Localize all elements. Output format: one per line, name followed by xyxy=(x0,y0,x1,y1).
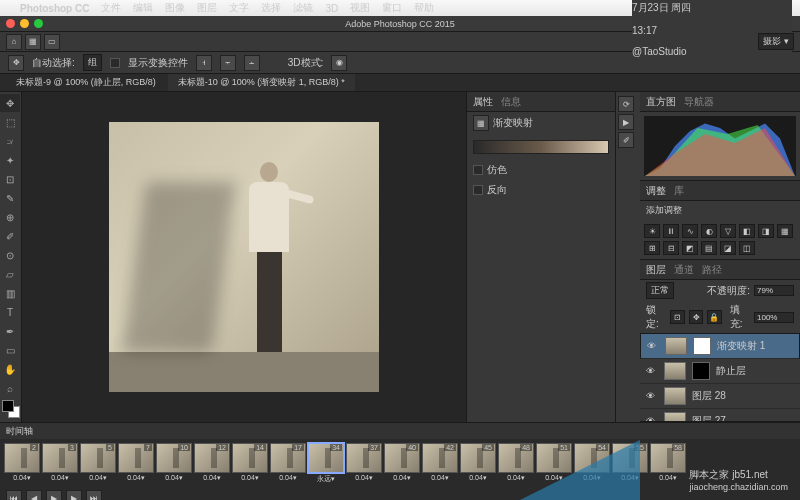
lock-position-icon[interactable]: ✥ xyxy=(689,310,703,324)
eraser-tool[interactable]: ▱ xyxy=(0,265,20,283)
adj-levels-icon[interactable]: ⫼ xyxy=(663,224,679,238)
doc-tab-1[interactable]: 未标题-9 @ 100% (静止层, RGB/8) xyxy=(6,74,166,91)
heal-tool[interactable]: ⊕ xyxy=(0,208,20,226)
lock-all-icon[interactable]: 🔒 xyxy=(707,310,721,324)
blend-mode-select[interactable]: 正常 xyxy=(646,282,674,299)
tab-channels[interactable]: 通道 xyxy=(674,263,694,277)
adj-curves-icon[interactable]: ∿ xyxy=(682,224,698,238)
tab-adjustments[interactable]: 调整 xyxy=(646,184,666,198)
layer-row[interactable]: 👁静止层 xyxy=(640,359,800,384)
wand-tool[interactable]: ✦ xyxy=(0,151,20,169)
layer-mask[interactable] xyxy=(692,362,710,380)
canvas-area[interactable] xyxy=(22,92,466,422)
align-center-icon[interactable]: ⫟ xyxy=(220,55,236,71)
timeline-frame[interactable]: 70.04▾ xyxy=(118,443,154,484)
timeline-frame[interactable]: 170.04▾ xyxy=(270,443,306,484)
menu-3d[interactable]: 3D xyxy=(325,3,338,14)
timeline-frame[interactable]: 370.04▾ xyxy=(346,443,382,484)
layer-mask[interactable] xyxy=(693,337,711,355)
gradient-preview[interactable] xyxy=(473,140,609,154)
open-icon[interactable]: ▭ xyxy=(44,34,60,50)
tab-layers[interactable]: 图层 xyxy=(646,263,666,277)
tl-prev-icon[interactable]: ◀ xyxy=(26,490,42,500)
minimize-icon[interactable] xyxy=(20,19,29,28)
adj-hue-icon[interactable]: ◧ xyxy=(739,224,755,238)
fill-input[interactable] xyxy=(754,312,794,323)
adj-photo-icon[interactable]: ▦ xyxy=(777,224,793,238)
app-name[interactable]: Photoshop CC xyxy=(20,3,89,14)
reverse-checkbox[interactable] xyxy=(473,185,483,195)
timeline-frame[interactable]: 120.04▾ xyxy=(194,443,230,484)
adj-poster-icon[interactable]: ▤ xyxy=(701,241,717,255)
doc-tab-2[interactable]: 未标题-10 @ 100% (渐变映射 1, RGB/8) * xyxy=(168,74,355,91)
menu-help[interactable]: 帮助 xyxy=(414,1,434,15)
zoom-tool[interactable]: ⌕ xyxy=(0,379,20,397)
menu-edit[interactable]: 编辑 xyxy=(133,1,153,15)
adj-vibrance-icon[interactable]: ▽ xyxy=(720,224,736,238)
adj-gradient-icon[interactable]: ◫ xyxy=(739,241,755,255)
menu-window[interactable]: 窗口 xyxy=(382,1,402,15)
zoom-icon[interactable] xyxy=(34,19,43,28)
hand-tool[interactable]: ✋ xyxy=(0,360,20,378)
visibility-icon[interactable]: 👁 xyxy=(647,341,659,351)
opacity-input[interactable] xyxy=(754,285,794,296)
pen-tool[interactable]: ✒ xyxy=(0,322,20,340)
menu-file[interactable]: 文件 xyxy=(101,1,121,15)
home-icon[interactable]: ⌂ xyxy=(6,34,22,50)
tab-libraries[interactable]: 库 xyxy=(674,184,684,198)
timeline-frame[interactable]: 420.04▾ xyxy=(422,443,458,484)
layer-row[interactable]: 👁图层 27 xyxy=(640,409,800,422)
eyedropper-tool[interactable]: ✎ xyxy=(0,189,20,207)
tl-play-icon[interactable]: ▶ xyxy=(46,490,62,500)
menu-select[interactable]: 选择 xyxy=(261,1,281,15)
timeline-frame[interactable]: 100.04▾ xyxy=(156,443,192,484)
adj-brightness-icon[interactable]: ☀ xyxy=(644,224,660,238)
lock-pixels-icon[interactable]: ⊡ xyxy=(670,310,684,324)
adj-threshold-icon[interactable]: ◪ xyxy=(720,241,736,255)
color-swatch[interactable] xyxy=(2,400,20,418)
tl-last-icon[interactable]: ⏭ xyxy=(86,490,102,500)
move-tool-icon[interactable]: ✥ xyxy=(8,55,24,71)
crop-tool[interactable]: ⊡ xyxy=(0,170,20,188)
timeline-frame[interactable]: 50.04▾ xyxy=(80,443,116,484)
visibility-icon[interactable]: 👁 xyxy=(646,391,658,401)
close-icon[interactable] xyxy=(6,19,15,28)
new-icon[interactable]: ▦ xyxy=(25,34,41,50)
tl-next-icon[interactable]: ▶ xyxy=(66,490,82,500)
menu-filter[interactable]: 滤镜 xyxy=(293,1,313,15)
adj-mixer-icon[interactable]: ⊞ xyxy=(644,241,660,255)
brushes-icon[interactable]: ✐ xyxy=(618,132,634,148)
tab-info[interactable]: 信息 xyxy=(501,95,521,109)
menu-view[interactable]: 视图 xyxy=(350,1,370,15)
timeline-frame[interactable]: 450.04▾ xyxy=(460,443,496,484)
actions-icon[interactable]: ▶ xyxy=(618,114,634,130)
history-icon[interactable]: ⟳ xyxy=(618,96,634,112)
menu-type[interactable]: 文字 xyxy=(229,1,249,15)
3d-orbit-icon[interactable]: ◉ xyxy=(331,55,347,71)
timeline-frame[interactable]: 400.04▾ xyxy=(384,443,420,484)
brush-tool[interactable]: ✐ xyxy=(0,227,20,245)
workspace-select[interactable]: 摄影 ▾ xyxy=(758,33,794,50)
tab-navigator[interactable]: 导航器 xyxy=(684,95,714,109)
show-transform-checkbox[interactable] xyxy=(110,58,120,68)
stamp-tool[interactable]: ⊙ xyxy=(0,246,20,264)
type-tool[interactable]: T xyxy=(0,303,20,321)
timeline-frame[interactable]: 34永远▾ xyxy=(308,443,344,484)
adj-invert-icon[interactable]: ◩ xyxy=(682,241,698,255)
adj-bw-icon[interactable]: ◨ xyxy=(758,224,774,238)
adj-exposure-icon[interactable]: ◐ xyxy=(701,224,717,238)
marquee-tool[interactable]: ⬚ xyxy=(0,113,20,131)
align-right-icon[interactable]: ⫠ xyxy=(244,55,260,71)
tab-properties[interactable]: 属性 xyxy=(473,95,493,109)
tab-histogram[interactable]: 直方图 xyxy=(646,95,676,109)
gradient-tool[interactable]: ▥ xyxy=(0,284,20,302)
auto-select-dropdown[interactable]: 组 xyxy=(83,54,102,71)
menu-image[interactable]: 图像 xyxy=(165,1,185,15)
timeline-frame[interactable]: 140.04▾ xyxy=(232,443,268,484)
tab-paths[interactable]: 路径 xyxy=(702,263,722,277)
layer-row[interactable]: 👁渐变映射 1 xyxy=(640,333,800,359)
layer-row[interactable]: 👁图层 28 xyxy=(640,384,800,409)
dither-checkbox[interactable] xyxy=(473,165,483,175)
visibility-icon[interactable]: 👁 xyxy=(646,366,658,376)
timeline-frame[interactable]: 580.04▾ xyxy=(650,443,686,484)
